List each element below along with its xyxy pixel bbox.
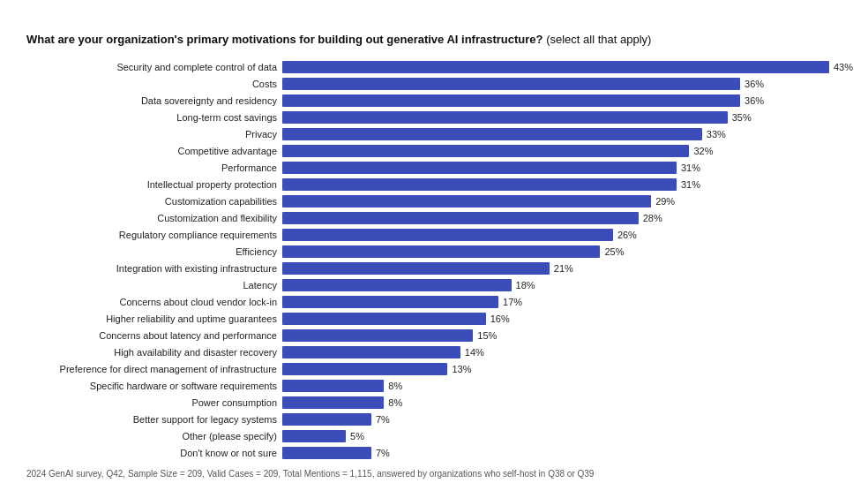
bar-row: Costs36% [26, 77, 856, 91]
bar-pct-label: 36% [745, 79, 764, 89]
bar-track: 36% [282, 78, 856, 90]
bar-label: Long-term cost savings [26, 111, 282, 124]
bar-label: Power consumption [26, 396, 282, 409]
bar-row: Data sovereignty and residency36% [26, 94, 856, 108]
bar-track: 15% [282, 329, 856, 342]
bar-track: 33% [282, 128, 856, 140]
bar-row: Competitive advantage32% [26, 144, 856, 158]
bar-label: Integration with existing infrastructure [26, 262, 282, 275]
bar-row: Preference for direct management of infr… [26, 362, 856, 376]
bar-row: Intellectual property protection31% [26, 177, 856, 192]
bar-fill [282, 195, 651, 208]
bar-track: 32% [282, 145, 856, 157]
bar-row: Concerns about cloud vendor lock-in17% [26, 295, 856, 309]
bar-label: Security and complete control of data [26, 61, 282, 73]
bar-label: Privacy [26, 128, 282, 140]
bar-label: Specific hardware or software requiremen… [26, 380, 282, 392]
bar-pct-label: 18% [516, 280, 535, 291]
bar-fill [282, 447, 371, 459]
bar-fill [282, 162, 677, 174]
bar-track: 8% [282, 396, 856, 409]
bar-label: Concerns about latency and performance [26, 329, 282, 342]
bar-row: Regulatory compliance requirements26% [26, 228, 856, 242]
bar-label: Costs [26, 78, 282, 90]
bar-label: Latency [26, 279, 282, 291]
bar-label: Intellectual property protection [26, 178, 282, 191]
chart-container: What are your organization's primary mot… [18, 18, 864, 483]
bar-pct-label: 13% [452, 364, 471, 374]
bar-row: Efficiency25% [26, 245, 856, 259]
bar-track: 28% [282, 212, 856, 224]
bar-track: 14% [282, 346, 856, 358]
bar-label: Preference for direct management of infr… [26, 363, 282, 375]
bar-fill [282, 145, 689, 157]
bar-fill [282, 296, 498, 308]
bar-row: Customization and flexibility28% [26, 211, 856, 225]
bar-pct-label: 33% [707, 129, 726, 140]
bar-pct-label: 8% [388, 397, 402, 408]
bar-row: Long-term cost savings35% [26, 110, 856, 125]
bar-pct-label: 29% [655, 196, 675, 207]
bar-track: 31% [282, 162, 856, 174]
bar-label: Performance [26, 162, 282, 174]
bar-fill [282, 94, 740, 107]
bar-pct-label: 16% [490, 313, 510, 324]
chart-footer: 2024 GenAI survey, Q42, Sample Size = 20… [26, 469, 856, 479]
bar-row: Latency18% [26, 278, 856, 292]
bar-fill [282, 346, 460, 358]
bar-label: Customization capabilities [26, 195, 282, 208]
bar-track: 8% [282, 380, 856, 392]
bar-fill [282, 111, 728, 124]
bar-row: Concerns about latency and performance15… [26, 328, 856, 343]
bar-track: 29% [282, 195, 856, 208]
bar-track: 7% [282, 413, 856, 426]
bar-pct-label: 15% [477, 330, 497, 341]
bar-row: Security and complete control of data43% [26, 60, 856, 74]
bar-pct-label: 28% [643, 213, 662, 223]
bar-fill [282, 61, 829, 73]
bar-fill [282, 178, 677, 191]
bar-track: 31% [282, 178, 856, 191]
bar-track: 17% [282, 296, 856, 308]
bar-label: Better support for legacy systems [26, 413, 282, 426]
bar-track: 7% [282, 447, 856, 459]
bar-label: Competitive advantage [26, 145, 282, 157]
bar-row: High availability and disaster recovery1… [26, 345, 856, 359]
bar-track: 18% [282, 279, 856, 291]
bar-pct-label: 26% [617, 230, 637, 240]
bar-track: 13% [282, 363, 856, 375]
bar-fill [282, 380, 384, 392]
bar-track: 26% [282, 229, 856, 241]
bar-fill [282, 262, 550, 275]
bars-area: Security and complete control of data43%… [26, 60, 856, 460]
bar-pct-label: 7% [376, 448, 390, 458]
bar-row: Other (please specify)5% [26, 429, 856, 443]
bar-row: Better support for legacy systems7% [26, 412, 856, 426]
bar-track: 5% [282, 430, 856, 442]
bar-fill [282, 430, 346, 442]
bar-row: Customization capabilities29% [26, 194, 856, 208]
bar-track: 43% [282, 61, 856, 73]
bar-row: Higher reliability and uptime guarantees… [26, 312, 856, 326]
bar-fill [282, 396, 384, 409]
chart-title-bold: What are your organization's primary mot… [26, 33, 543, 46]
bar-label: Customization and flexibility [26, 212, 282, 224]
bar-fill [282, 363, 447, 375]
bar-fill [282, 212, 639, 224]
bar-track: 36% [282, 94, 856, 107]
bar-row: Integration with existing infrastructure… [26, 261, 856, 275]
bar-pct-label: 7% [376, 414, 390, 425]
bar-track: 21% [282, 262, 856, 275]
bar-fill [282, 413, 371, 426]
bar-pct-label: 32% [693, 146, 713, 156]
bar-pct-label: 31% [681, 179, 700, 190]
bar-row: Power consumption8% [26, 396, 856, 410]
bar-pct-label: 17% [503, 297, 522, 307]
bar-pct-label: 35% [732, 112, 752, 123]
bar-pct-label: 5% [350, 431, 364, 441]
bar-pct-label: 14% [465, 347, 484, 358]
bar-row: Specific hardware or software requiremen… [26, 379, 856, 393]
bar-label: High availability and disaster recovery [26, 346, 282, 358]
bar-fill [282, 329, 473, 342]
bar-row: Performance31% [26, 161, 856, 175]
